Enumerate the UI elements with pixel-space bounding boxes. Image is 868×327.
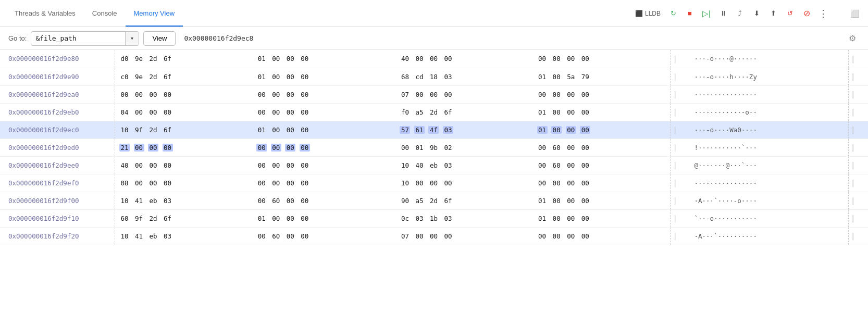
hex-byte: 00 <box>551 232 562 240</box>
group-spacer <box>389 68 395 85</box>
terminal-icon: ⬛ <box>635 10 643 17</box>
hex-byte: 03 <box>414 215 425 222</box>
hex-byte: 00 <box>285 126 295 134</box>
hex-byte: 9f <box>134 126 144 134</box>
ascii-end-separator: | <box>848 227 868 245</box>
hex-byte: 00 <box>134 179 144 187</box>
more-icon: ⋮ <box>819 8 828 19</box>
table-row[interactable]: 0x000000016f2d9f2010 41 eb 0300 60 00 00… <box>0 227 868 245</box>
table-row[interactable]: 0x000000016f2d9ed021 00 00 0000 00 00 00… <box>0 139 868 156</box>
group-spacer <box>389 174 395 192</box>
hex-byte: 00 <box>428 91 439 98</box>
address-display: 0x00000016f2d9ec8 <box>184 34 253 42</box>
hex-byte: 00 <box>285 73 295 81</box>
memory-address: 0x000000016f2d9ec0 <box>0 121 115 139</box>
continue-button[interactable]: ▷| <box>699 6 714 21</box>
ascii-column: `··-o··········· <box>690 209 849 227</box>
ascii-end-separator: | <box>848 156 868 174</box>
hex-byte: 10 <box>400 161 410 169</box>
hex-byte: 03 <box>163 197 173 205</box>
refresh-icon-btn[interactable]: ↻ <box>666 6 680 21</box>
hex-byte: 40 <box>400 55 410 62</box>
terminal-button[interactable]: ⬛ LLDB <box>632 6 664 21</box>
hex-byte: eb <box>148 197 158 205</box>
hex-byte: 00 <box>551 73 562 81</box>
table-row[interactable]: 0x000000016f2d9ea000 00 00 0000 00 00 00… <box>0 85 868 103</box>
hex-group: 04 00 00 00 <box>115 103 252 121</box>
hex-byte: 00 <box>256 144 267 152</box>
hex-byte: 00 <box>566 144 576 152</box>
table-row[interactable]: 0x000000016f2d9ef008 00 00 0000 00 00 00… <box>0 174 868 192</box>
hex-byte: 00 <box>163 144 173 152</box>
hex-byte: 00 <box>537 232 548 240</box>
settings-button[interactable]: ⚙ <box>845 31 860 46</box>
restart-button[interactable]: ↺ <box>783 6 797 21</box>
hex-group: 10 00 00 00 <box>395 174 532 192</box>
disconnect-button[interactable]: ⊘ <box>799 6 814 21</box>
view-button[interactable]: View <box>143 31 176 46</box>
group-spacer <box>389 103 395 121</box>
hex-byte: cd <box>414 73 425 81</box>
hex-byte: 61 <box>414 126 425 134</box>
hex-byte: 00 <box>414 55 425 62</box>
pause-button[interactable]: ⏸ <box>716 6 730 21</box>
hex-byte: 00 <box>285 232 295 240</box>
hex-group: 00 60 00 00 <box>533 139 671 156</box>
hex-byte: 00 <box>300 126 310 134</box>
stop-button[interactable]: ■ <box>683 6 697 21</box>
hex-byte: 00 <box>428 232 439 240</box>
memory-table-wrapper[interactable]: 0x000000016f2d9e80d0 9e 2d 6f01 00 00 00… <box>0 50 868 327</box>
hex-ascii-separator: | <box>671 227 690 245</box>
hex-byte: 6f <box>163 215 173 222</box>
hex-byte: 03 <box>443 73 453 81</box>
hex-byte: 00 <box>551 108 562 116</box>
hex-byte: a5 <box>414 108 425 116</box>
goto-input[interactable] <box>31 34 125 42</box>
memory-address: 0x000000016f2d9ea0 <box>0 85 115 103</box>
hex-group: 10 40 eb 03 <box>395 156 532 174</box>
hex-byte: 60 <box>271 197 281 205</box>
hex-byte: 00 <box>256 108 267 116</box>
hex-group: 00 60 00 00 <box>252 192 389 209</box>
tab-console[interactable]: Console <box>84 0 126 27</box>
memory-address: 0x000000016f2d9ef0 <box>0 174 115 192</box>
hex-byte: 00 <box>256 197 267 205</box>
hex-byte: 00 <box>300 161 310 169</box>
table-row[interactable]: 0x000000016f2d9e90c0 9e 2d 6f01 00 00 00… <box>0 68 868 85</box>
disconnect-icon: ⊘ <box>803 8 810 18</box>
more-button[interactable]: ⋮ <box>816 6 830 21</box>
table-row[interactable]: 0x000000016f2d9ee040 00 00 0000 00 00 00… <box>0 156 868 174</box>
stop-icon: ■ <box>688 9 692 17</box>
ascii-end-separator: | <box>848 103 868 121</box>
step-into-icon: ⬇ <box>754 9 760 17</box>
hex-byte: 10 <box>119 126 130 134</box>
hex-ascii-separator: | <box>671 50 690 68</box>
table-row[interactable]: 0x000000016f2d9ec010 9f 2d 6f01 00 00 00… <box>0 121 868 139</box>
hex-group: f0 a5 2d 6f <box>395 103 532 121</box>
hex-byte: 6f <box>163 126 173 134</box>
hex-byte: 00 <box>580 55 590 62</box>
hex-byte: 00 <box>148 161 158 169</box>
hex-group: 01 00 00 00 <box>252 68 389 85</box>
restart-icon: ↺ <box>787 9 793 17</box>
hex-byte: 00 <box>580 215 590 222</box>
table-row[interactable]: 0x000000016f2d9f0010 41 eb 0300 60 00 00… <box>0 192 868 209</box>
table-row[interactable]: 0x000000016f2d9eb004 00 00 0000 00 00 00… <box>0 103 868 121</box>
tab-threads[interactable]: Threads & Variables <box>6 0 84 27</box>
gear-icon: ⚙ <box>849 33 856 43</box>
step-out-button[interactable]: ⬆ <box>766 6 780 21</box>
hex-group: 07 00 00 00 <box>395 227 532 245</box>
step-over-button[interactable]: ⤴ <box>733 6 747 21</box>
hex-byte: 07 <box>400 232 410 240</box>
table-row[interactable]: 0x000000016f2d9f1060 9f 2d 6f01 00 00 00… <box>0 209 868 227</box>
hex-byte: 00 <box>256 179 267 187</box>
step-into-button[interactable]: ⬇ <box>749 6 764 21</box>
goto-dropdown-button[interactable]: ▾ <box>125 32 139 45</box>
table-row[interactable]: 0x000000016f2d9e80d0 9e 2d 6f01 00 00 00… <box>0 50 868 68</box>
layout-button[interactable]: ⬜ <box>847 6 862 21</box>
hex-group: 00 00 00 00 <box>533 50 671 68</box>
hex-byte: 08 <box>119 179 130 187</box>
hex-byte: 00 <box>551 55 562 62</box>
tab-threads-label: Threads & Variables <box>15 9 76 17</box>
tab-memory[interactable]: Memory View <box>126 0 183 27</box>
